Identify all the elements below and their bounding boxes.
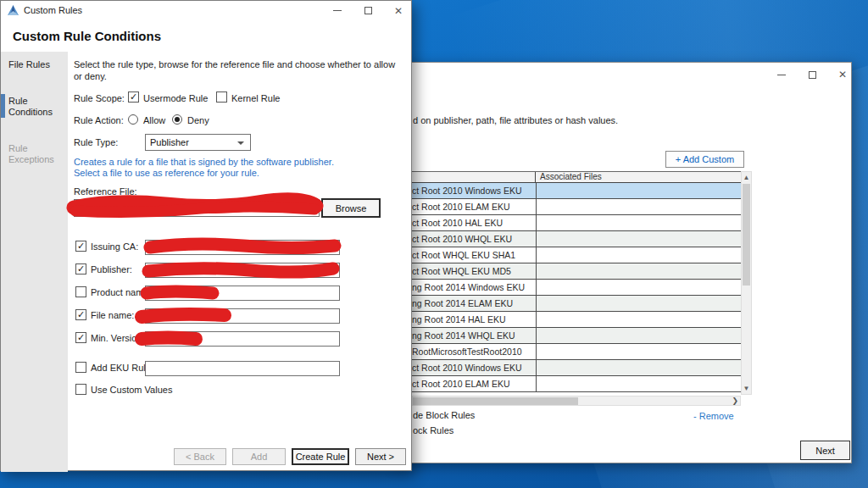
- scroll-right-icon[interactable]: ❯: [732, 396, 738, 405]
- window-title: Custom Rules: [24, 5, 82, 15]
- block-rules-checkbox-label-fragment: ock Rules: [413, 425, 453, 435]
- publisher-input[interactable]: [145, 263, 340, 278]
- rule-type-hint-line2: Select a file to use as reference for yo…: [74, 168, 259, 178]
- kernel-rule-checkbox[interactable]: [216, 92, 227, 103]
- rules-table[interactable]: Associated Files ct Root 2010 Windows EK…: [412, 171, 741, 392]
- deny-label: Deny: [187, 115, 209, 125]
- active-step-accent: [1, 94, 5, 118]
- product-name-input[interactable]: [145, 286, 340, 301]
- sidebar-item-rule-conditions[interactable]: Rule Conditions: [8, 96, 61, 118]
- table-row[interactable]: ng Root 2014 ELAM EKU: [412, 296, 741, 312]
- eku-rule-input[interactable]: [145, 361, 340, 376]
- table-row[interactable]: ct Root 2010 WHQL EKU: [412, 231, 741, 247]
- table-row[interactable]: ct Root 2010 HAL EKU: [412, 215, 741, 231]
- minimize-icon[interactable]: [327, 4, 348, 17]
- use-custom-values-checkbox[interactable]: [75, 384, 86, 395]
- sidebar-item-file-rules[interactable]: File Rules: [8, 59, 50, 70]
- rule-type-dropdown[interactable]: Publisher: [145, 134, 251, 151]
- remove-link[interactable]: - Remove: [693, 411, 734, 421]
- table-row[interactable]: ct Root 2010 Windows EKU: [412, 360, 741, 376]
- scrollbar-thumb[interactable]: [413, 397, 578, 405]
- file-rules-window: ✕ d on publisher, path, file attributes …: [392, 62, 852, 463]
- reference-file-label: Reference File:: [74, 186, 137, 197]
- min-version-label: Min. Version:: [91, 333, 145, 343]
- rule-type-value: Publisher: [150, 137, 189, 147]
- next-button[interactable]: Next: [800, 441, 850, 460]
- allow-radio[interactable]: [128, 114, 138, 125]
- table-row[interactable]: ct Root 2010 ELAM EKU: [412, 376, 741, 392]
- vertical-scrollbar[interactable]: ▲ ▼: [741, 171, 752, 395]
- publisher-checkbox[interactable]: ✓: [75, 263, 86, 274]
- min-version-input[interactable]: [145, 331, 340, 347]
- close-icon[interactable]: ✕: [833, 68, 852, 81]
- add-eku-rule-label: Add EKU Rule:: [91, 363, 153, 373]
- page-title: Custom Rule Conditions: [13, 29, 161, 43]
- dialog-titlebar[interactable]: Custom Rules: [1, 1, 411, 19]
- product-name-checkbox[interactable]: [75, 286, 86, 297]
- wizard-sidebar: File Rules Rule Conditions Rule Exceptio…: [1, 52, 68, 472]
- table-header: Associated Files: [412, 172, 741, 183]
- add-custom-button[interactable]: + Add Custom: [665, 151, 744, 168]
- publisher-label: Publisher:: [91, 264, 132, 274]
- add-button[interactable]: Add: [232, 448, 286, 465]
- next-button[interactable]: Next >: [355, 448, 406, 465]
- rule-type-label: Rule Type:: [74, 137, 118, 147]
- chevron-down-icon: [237, 141, 244, 145]
- issuing-ca-input[interactable]: [145, 240, 340, 255]
- allow-label: Allow: [143, 115, 165, 125]
- block-rules-checkbox-label-fragment: de Block Rules: [413, 410, 475, 420]
- page-description-fragment: d on publisher, path, file attributes or…: [413, 115, 845, 125]
- scroll-up-icon[interactable]: ▲: [742, 174, 751, 181]
- maximize-icon[interactable]: [358, 4, 378, 17]
- table-row[interactable]: ct Root 2010 ELAM EKU: [412, 199, 741, 215]
- rule-type-hint-line1: Creates a rule for a file that is signed…: [74, 157, 334, 167]
- kernel-rule-label: Kernel Rule: [231, 93, 280, 103]
- horizontal-scrollbar[interactable]: ❯: [412, 396, 741, 406]
- usermode-rule-label: Usermode Rule: [143, 93, 208, 103]
- maximize-icon[interactable]: [803, 68, 821, 81]
- table-row[interactable]: ng Root 2014 Windows EKU: [412, 280, 741, 296]
- table-row[interactable]: ct Root 2010 Windows EKU: [412, 183, 741, 199]
- back-button[interactable]: < Back: [174, 448, 226, 465]
- scrollbar-thumb[interactable]: [743, 184, 750, 286]
- table-row[interactable]: ct Root WHQL EKU MD5: [412, 263, 741, 280]
- step-description: Select the rule type, browse for the ref…: [74, 58, 404, 82]
- file-name-input[interactable]: [145, 308, 340, 324]
- table-row[interactable]: ng Root 2014 WHQL EKU: [412, 328, 741, 344]
- add-eku-rule-checkbox[interactable]: [75, 362, 86, 373]
- rule-scope-label: Rule Scope:: [74, 93, 125, 103]
- custom-rules-dialog: Custom Rules ✕ Custom Rule Conditions Fi…: [0, 0, 412, 471]
- sidebar-item-rule-exceptions[interactable]: Rule Exceptions: [8, 143, 61, 165]
- product-name-label: Product name:: [91, 287, 152, 297]
- file-name-checkbox[interactable]: ✓: [75, 309, 86, 320]
- browse-button[interactable]: Browse: [321, 198, 381, 218]
- table-row[interactable]: ct Root WHQL EKU SHA1: [412, 247, 741, 263]
- use-custom-values-label: Use Custom Values: [91, 385, 172, 395]
- deny-radio[interactable]: [172, 114, 182, 125]
- file-name-label: File name:: [91, 310, 134, 320]
- usermode-rule-checkbox[interactable]: ✓: [128, 92, 139, 103]
- create-rule-button[interactable]: Create Rule: [292, 448, 349, 465]
- issuing-ca-checkbox[interactable]: ✓: [75, 241, 86, 252]
- minimize-icon[interactable]: [772, 68, 791, 81]
- issuing-ca-label: Issuing CA:: [91, 241, 138, 252]
- rule-action-label: Rule Action:: [74, 115, 124, 125]
- rule-name-column-header: [412, 172, 536, 182]
- app-logo-icon: [8, 5, 19, 15]
- min-version-checkbox[interactable]: ✓: [75, 332, 86, 343]
- reference-file-input[interactable]: [74, 199, 320, 217]
- close-icon[interactable]: ✕: [388, 4, 409, 17]
- associated-files-column-header: Associated Files: [536, 172, 741, 182]
- scroll-down-icon[interactable]: ▼: [742, 385, 751, 392]
- table-row[interactable]: RootMicrosoftTestRoot2010: [412, 344, 741, 360]
- table-row[interactable]: ng Root 2014 HAL EKU: [412, 312, 741, 328]
